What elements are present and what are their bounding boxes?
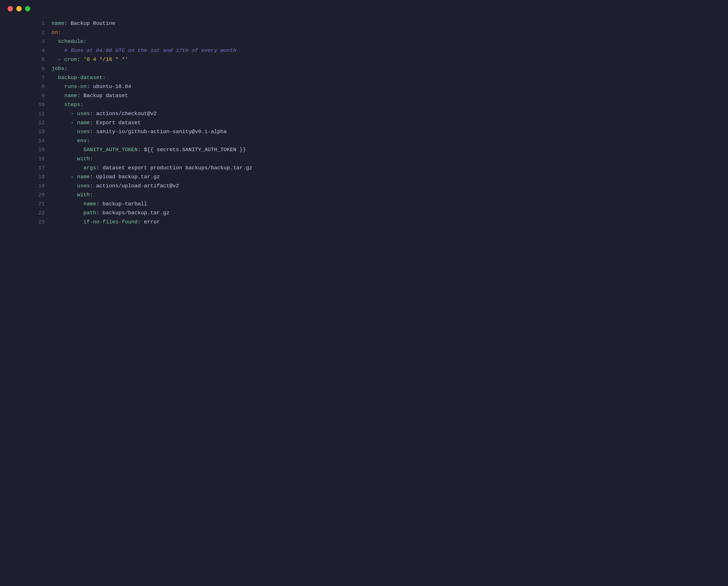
- line-content: # Runs at 04:00 UTC on the 1st and 17th …: [52, 46, 721, 55]
- code-line: 12 - name: Export dataset: [7, 118, 721, 127]
- code-token: name: [52, 21, 64, 26]
- code-token: uses: [52, 129, 90, 135]
- line-number: 19: [7, 181, 52, 190]
- line-content: args: dataset export production backups/…: [52, 163, 721, 173]
- maximize-button[interactable]: [25, 6, 30, 11]
- line-content: env:: [52, 136, 721, 146]
- line-number: 12: [7, 118, 52, 127]
- code-token: :: [90, 192, 93, 198]
- code-token: '0 4 */16 * *': [83, 56, 128, 62]
- code-line: 2on:: [7, 28, 721, 37]
- code-line: 23 if-no-files-found: error: [7, 218, 721, 227]
- code-token: -: [52, 120, 77, 126]
- code-token: : ${{ secrets.SANITY_AUTH_TOKEN }}: [138, 147, 246, 153]
- traffic-lights: [7, 6, 721, 11]
- line-number: 2: [7, 28, 52, 37]
- code-token: schedule: [52, 39, 83, 44]
- line-content: backup-dataset:: [52, 73, 721, 82]
- line-content: - uses: actions/checkout@v2: [52, 109, 721, 118]
- code-token: : Backup Routine: [64, 21, 115, 26]
- line-content: jobs:: [52, 64, 721, 73]
- code-token: backup-dataset: [52, 75, 103, 81]
- code-token: with: [52, 192, 90, 198]
- line-number: 21: [7, 200, 52, 209]
- line-number: 23: [7, 218, 52, 227]
- code-token: :: [64, 66, 68, 72]
- code-line: 21 name: backup-tarball: [7, 200, 721, 209]
- line-content: name: Backup dataset: [52, 91, 721, 100]
- code-editor: 1name: Backup Routine2on:3 schedule:4 # …: [7, 19, 721, 227]
- code-line: 17 args: dataset export production backu…: [7, 163, 721, 173]
- code-token: steps: [52, 102, 80, 107]
- code-token: : actions/upload-artifact@v2: [90, 183, 179, 189]
- code-line: 5 - cron: '0 4 */16 * *': [7, 55, 721, 64]
- code-token: -: [52, 56, 64, 62]
- code-token: : actions/checkout@v2: [90, 111, 157, 117]
- code-token: name: [77, 174, 90, 180]
- code-line: 3 schedule:: [7, 37, 721, 46]
- minimize-button[interactable]: [16, 6, 22, 11]
- code-line: 8 runs-on: ubuntu-18.04: [7, 82, 721, 91]
- line-number: 6: [7, 64, 52, 73]
- code-line: 18 - name: Upload backup.tar.gz: [7, 172, 721, 181]
- line-content: on:: [52, 28, 721, 37]
- line-number: 18: [7, 172, 52, 181]
- code-line: 7 backup-dataset:: [7, 73, 721, 82]
- code-token: -: [52, 111, 77, 117]
- code-line: 6jobs:: [7, 64, 721, 73]
- code-token: with: [52, 156, 90, 162]
- line-number: 14: [7, 136, 52, 146]
- code-token: if-no-files-found: [52, 219, 138, 225]
- line-number: 20: [7, 190, 52, 200]
- code-token: :: [80, 102, 83, 107]
- line-content: uses: actions/upload-artifact@v2: [52, 181, 721, 190]
- code-token: -: [52, 174, 77, 180]
- code-token: :: [103, 75, 106, 81]
- line-content: schedule:: [52, 37, 721, 46]
- line-content: path: backups/backup.tar.gz: [52, 208, 721, 218]
- line-number: 16: [7, 154, 52, 163]
- line-content: SANITY_AUTH_TOKEN: ${{ secrets.SANITY_AU…: [52, 145, 721, 154]
- code-token: : Export dataset: [90, 120, 141, 126]
- code-token: name: [52, 201, 96, 207]
- code-token: uses: [52, 183, 90, 189]
- code-line: 16 with:: [7, 154, 721, 163]
- code-token: cron: [64, 56, 77, 62]
- code-token: : Upload backup.tar.gz: [90, 174, 160, 180]
- line-number: 17: [7, 163, 52, 173]
- code-token: uses: [77, 111, 90, 117]
- line-content: steps:: [52, 100, 721, 109]
- code-token: # Runs at 04:00 UTC on the 1st and 17th …: [52, 48, 236, 53]
- code-token: path: [52, 210, 96, 216]
- code-token: : dataset export production backups/back…: [96, 165, 252, 171]
- line-content: - name: Export dataset: [52, 118, 721, 127]
- code-token: env: [52, 138, 87, 144]
- line-number: 9: [7, 91, 52, 100]
- code-line: 20 with:: [7, 190, 721, 200]
- code-line: 15 SANITY_AUTH_TOKEN: ${{ secrets.SANITY…: [7, 145, 721, 154]
- code-token: runs-on: [52, 84, 87, 90]
- line-number: 1: [7, 19, 52, 28]
- code-token: : backup-tarball: [96, 201, 147, 207]
- code-line: 13 uses: sanity-io/github-action-sanity@…: [7, 127, 721, 136]
- line-content: name: Backup Routine: [52, 19, 721, 28]
- line-number: 7: [7, 73, 52, 82]
- code-token: : backups/backup.tar.gz: [96, 210, 169, 216]
- code-token: jobs: [52, 66, 64, 72]
- line-number: 11: [7, 109, 52, 118]
- line-content: if-no-files-found: error: [52, 218, 721, 227]
- code-token: SANITY_AUTH_TOKEN: [52, 147, 138, 153]
- line-number: 4: [7, 46, 52, 55]
- code-token: : Backup dataset: [77, 93, 128, 99]
- line-number: 8: [7, 82, 52, 91]
- code-line: 14 env:: [7, 136, 721, 146]
- line-number: 5: [7, 55, 52, 64]
- line-content: uses: sanity-io/github-action-sanity@v0.…: [52, 127, 721, 136]
- close-button[interactable]: [7, 6, 13, 11]
- line-content: with:: [52, 154, 721, 163]
- code-token: : ubuntu-18.04: [87, 84, 131, 90]
- code-window: 1name: Backup Routine2on:3 schedule:4 # …: [0, 0, 728, 586]
- code-line: 19 uses: actions/upload-artifact@v2: [7, 181, 721, 190]
- code-token: : sanity-io/github-action-sanity@v0.1-al…: [90, 129, 227, 135]
- code-line: 10 steps:: [7, 100, 721, 109]
